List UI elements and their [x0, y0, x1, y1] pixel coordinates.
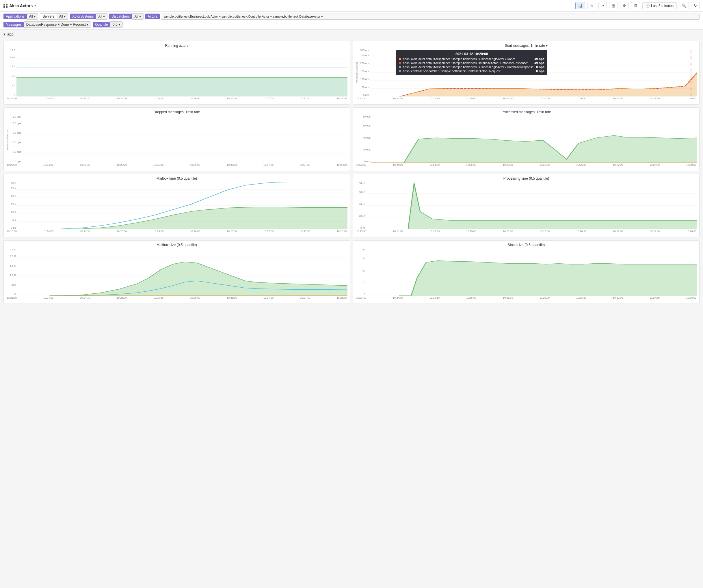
section-collapse-icon[interactable]: ▾ [3, 32, 5, 36]
svg-marker-46 [399, 183, 697, 229]
charts-row-4: Mailbox size (0.5 quantile) 0 500 1.0 K … [3, 240, 700, 304]
share-btn[interactable]: ↗ [599, 2, 607, 9]
filter-row2: Messages DatabaseResponse + Done + Reque… [3, 21, 700, 28]
x-axis-processing-time: 10:23:3010:24:0010:24:3010:25:0010:25:30… [356, 230, 697, 233]
bar-chart-btn[interactable]: 📊 [575, 2, 585, 9]
chart-processing-time-svg-area [366, 182, 697, 229]
chart-sent-messages-title: Sent messages: 1min rate ▾ [356, 44, 697, 48]
chart-stash-size-title: Stash size (0.5 quantile) [356, 243, 697, 247]
grid-icon [3, 4, 7, 8]
chart-sent-messages-svg-area: 2021-03-12 10:28:00 host / akka.actor.de… [370, 49, 697, 96]
chart-processing-time-title: Processing time (0.5 quantile) [356, 176, 697, 180]
chart-processed-messages-title: Processed messages: 1min rate [356, 110, 697, 114]
y-axis-dropped: 0 ops 0.2 ops 0.4 ops 0.6 ops 0.8 ops 1.… [10, 115, 22, 163]
filter-messages-label: Messages [3, 22, 24, 27]
chart-running-actors-area: 0 2.5 5.0 7.5 10.0 12.5 [6, 49, 347, 96]
filter-messages-value: DatabaseResponse + Done + Request ▾ [24, 21, 91, 28]
chart-running-actors: Running actors 0 2.5 5.0 7.5 10.0 12.5 [3, 41, 350, 104]
svg-marker-60 [399, 260, 697, 296]
filter-actorsystems-label: ActorSystems [70, 14, 96, 19]
chart-stash-size: Stash size (0.5 quantile) 0 10 20 30 40 [353, 240, 700, 304]
filter-actors-group: Actors sample.bottleneck.BusinessLogicAc… [145, 14, 700, 20]
filter-bar: Applications All ▾ Servers All ▾ ActorSy… [0, 12, 703, 30]
chart-running-actors-title: Running actors [6, 44, 347, 48]
chart-stash-size-svg-area [366, 248, 697, 296]
star-btn[interactable]: ☆ [588, 2, 596, 9]
chart-dropped-messages: Dropped messages: 1min rate messages/sec… [3, 107, 350, 171]
chart-mailbox-time: Mailbox time (0.5 quantile) 0 ns 5 s 10 … [3, 174, 350, 237]
chart-processing-time: Processing time (0.5 quantile) 0 ns 20 µ… [353, 174, 700, 237]
filter-quantile-value: 0.5 ▾ [110, 21, 123, 28]
charts-row-3: Mailbox time (0.5 quantile) 0 ns 5 s 10 … [3, 174, 700, 237]
refresh-btn[interactable]: ↻ [691, 2, 700, 9]
svg-marker-6 [16, 77, 347, 96]
chart-stash-size-area: 0 10 20 30 40 [356, 248, 697, 296]
top-bar-left: Akka Actors ▾ [3, 3, 36, 8]
filter-actorsystems-value: All ▾ [96, 13, 107, 20]
time-label: Last 5 minutes [651, 4, 674, 8]
chart-mailbox-size-svg-area [16, 248, 347, 296]
x-axis-dropped: 10:23:3010:24:0010:24:3010:25:0010:25:30… [6, 163, 347, 166]
gear-btn[interactable]: ⚙ [620, 2, 629, 9]
charts-row-1: Running actors 0 2.5 5.0 7.5 10.0 12.5 [3, 41, 700, 104]
chart-processing-time-area: 0 ns 20 µs 40 µs 60 µs 80 µs [356, 182, 697, 229]
x-axis-mailbox-size: 10:23:3010:24:0010:24:3010:25:0010:25:30… [6, 296, 347, 299]
dropped-svg [22, 115, 347, 163]
filter-applications-label: Applications [3, 14, 27, 19]
search-btn[interactable]: 🔍 [679, 2, 689, 9]
y-axis-title-dropped: messages/second [6, 115, 10, 163]
svg-marker-17 [400, 73, 697, 97]
y-axis-mailbox-time: 0 ns 5 s 10 s 15 s 20 s 25 s 30 s [6, 182, 16, 229]
filter-servers-value: All ▾ [57, 13, 68, 20]
y-axis-processing-time: 0 ns 20 µs 40 µs 60 µs 80 µs [356, 182, 366, 229]
processed-svg [371, 115, 697, 163]
time-range-btn[interactable]: 🕐 Last 5 minutes [642, 2, 677, 9]
chart-mailbox-time-title: Mailbox time (0.5 quantile) [6, 176, 347, 180]
x-axis-stash-size: 10:23:3010:24:0010:24:3010:25:0010:25:30… [356, 296, 697, 299]
chart-mailbox-size-area: 0 500 1.0 K 1.5 K 2.0 K 2.5 K [6, 248, 347, 296]
mailbox-time-svg [16, 182, 347, 229]
y-axis-running-actors: 0 2.5 5.0 7.5 10.0 12.5 [6, 49, 16, 96]
sent-messages-svg [370, 49, 697, 96]
charts-row-2: Dropped messages: 1min rate messages/sec… [3, 107, 700, 171]
chart-sent-messages-area: messages/second 0 ops 50 ops 100 ops 150… [356, 49, 697, 96]
chart-dropped-area: messages/second 0 ops 0.2 ops 0.4 ops 0.… [6, 115, 347, 163]
filter-quantile-label: Quantile [93, 22, 110, 27]
chart-mailbox-size: Mailbox size (0.5 quantile) 0 500 1.0 K … [3, 240, 350, 304]
chart-processed-messages: Processed messages: 1min rate 0 ops 20 o… [353, 107, 700, 171]
app-title-dropdown[interactable]: ▾ [34, 4, 36, 7]
y-axis-title-processed [356, 115, 360, 163]
chart-processed-svg-area [371, 115, 697, 163]
chart-dropped-messages-title: Dropped messages: 1min rate [6, 110, 347, 114]
filter-actors-label: Actors [145, 14, 160, 19]
top-bar: Akka Actors ▾ 📊 ☆ ↗ ▦ ⚙ 🖥 🕐 Last 5 minut… [0, 0, 703, 12]
svg-marker-30 [371, 136, 697, 163]
filter-actorsystems[interactable]: ActorSystems All ▾ [70, 13, 107, 20]
filter-messages[interactable]: Messages DatabaseResponse + Done + Reque… [3, 21, 91, 28]
chart-processed-area: 0 ops 20 ops 40 ops 60 ops 80 ops [356, 115, 697, 163]
filter-servers[interactable]: Servers All ▾ [40, 13, 68, 20]
chart-mailbox-time-area: 0 ns 5 s 10 s 15 s 20 s 25 s 30 s [6, 182, 347, 229]
filter-dispatchers-value: All ▾ [132, 13, 144, 20]
running-actors-svg [16, 49, 347, 96]
chart-running-actors-svg-area [16, 49, 347, 96]
section-header: ▾ app [0, 30, 703, 39]
filter-applications[interactable]: Applications All ▾ [3, 13, 38, 20]
x-axis-running-actors: 10:23:3010:24:0010:24:3010:25:0010:25:30… [6, 97, 347, 100]
filter-dispatchers[interactable]: Dispatchers All ▾ [109, 13, 144, 20]
filter-quantile[interactable]: Quantile 0.5 ▾ [93, 21, 123, 28]
x-axis-sent-messages: 10:23:3010:24:0010:24:3010:25:0010:25:30… [356, 97, 697, 100]
monitor-btn[interactable]: 🖥 [631, 2, 640, 9]
app-logo: Akka Actors ▾ [3, 3, 36, 8]
filter-dispatchers-label: Dispatchers [109, 14, 132, 19]
y-axis-sent: 0 ops 50 ops 100 ops 150 ops 200 ops 250… [360, 49, 370, 96]
chart-mailbox-size-title: Mailbox size (0.5 quantile) [6, 243, 347, 247]
charts-container: Running actors 0 2.5 5.0 7.5 10.0 12.5 [0, 39, 703, 309]
processing-time-svg [366, 182, 697, 229]
y-axis-title-sent: messages/second [356, 49, 360, 96]
y-axis-stash-size: 0 10 20 30 40 [356, 248, 366, 296]
grid-btn[interactable]: ▦ [609, 2, 618, 9]
mailbox-size-svg [16, 248, 347, 296]
filter-actors[interactable]: Actors [145, 14, 160, 19]
filter-actors-value[interactable]: sample.bottleneck.BusinessLogicActor + s… [161, 14, 700, 20]
